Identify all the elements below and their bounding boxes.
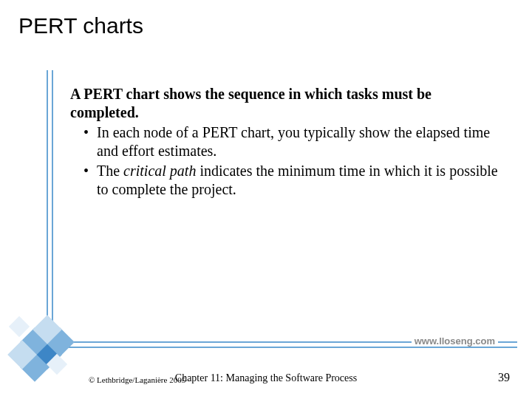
lead-paragraph: A PERT chart shows the sequence in which…	[70, 85, 502, 122]
bullet-item: In each node of a PERT chart, you typica…	[83, 123, 502, 160]
bullet-text-em: critical path	[123, 163, 196, 179]
bullet-text: In each node of a PERT chart, you typica…	[97, 124, 490, 159]
diamond-icon	[9, 316, 30, 337]
bullet-item: The critical path indicates the minimum …	[83, 162, 502, 199]
website-url: www.lloseng.com	[412, 335, 498, 347]
footer-chapter: Chapter 11: Managing the Software Proces…	[0, 372, 532, 384]
bullet-text-pre: The	[97, 163, 123, 179]
bullet-list: In each node of a PERT chart, you typica…	[70, 123, 502, 199]
page-number: 39	[498, 371, 510, 384]
decorative-line	[59, 347, 517, 348]
slide-body: A PERT chart shows the sequence in which…	[70, 85, 502, 200]
slide-title: PERT charts	[18, 13, 143, 38]
